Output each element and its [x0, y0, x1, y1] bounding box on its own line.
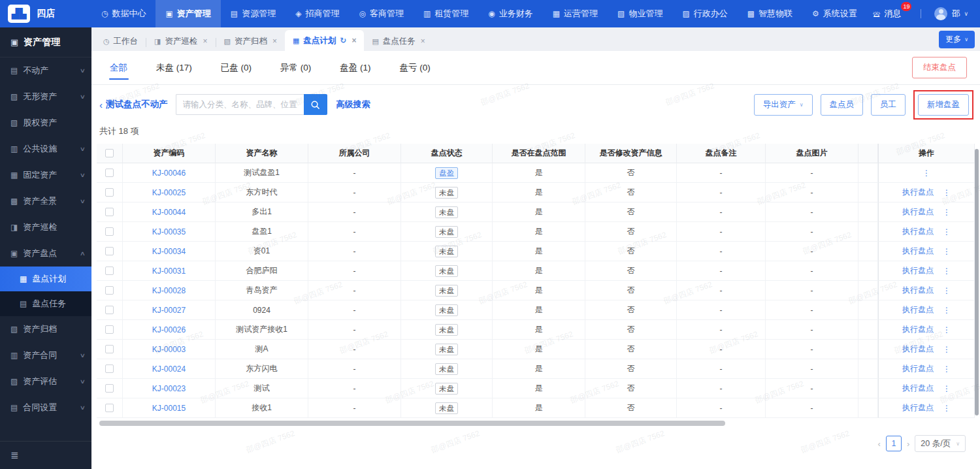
close-tab-icon[interactable]: ×: [272, 37, 277, 46]
page-size-select[interactable]: 20 条/页 ∨: [915, 435, 966, 452]
more-actions-icon[interactable]: ⋮: [943, 227, 951, 236]
row-checkbox[interactable]: [105, 169, 114, 177]
execute-inventory-link[interactable]: 执行盘点: [902, 363, 934, 374]
sidebar-item-不动产[interactable]: ▤不动产∨: [0, 57, 91, 84]
execute-inventory-link[interactable]: 执行盘点: [902, 324, 934, 335]
sidebar-item-无形资产[interactable]: ▨无形资产∨: [0, 84, 91, 110]
asset-code-cell-value[interactable]: KJ-00034: [152, 247, 186, 256]
filter-tab-异常 (0)[interactable]: 异常 (0): [280, 52, 311, 84]
export-assets-button[interactable]: 导出资产 ∨: [754, 94, 813, 116]
row-checkbox[interactable]: [105, 384, 114, 393]
topnav-item-物业管理[interactable]: ▧物业管理: [608, 0, 672, 27]
sidebar-item-资产评估[interactable]: ▨资产评估∨: [0, 368, 91, 395]
horizontal-scrollbar[interactable]: [99, 421, 725, 426]
row-checkbox[interactable]: [105, 286, 114, 295]
row-checkbox[interactable]: [105, 345, 114, 353]
sidebar-item-资产合同[interactable]: ▥资产合同∨: [0, 342, 91, 368]
more-actions-icon[interactable]: ⋮: [943, 267, 951, 276]
asset-code-cell-value[interactable]: KJ-00027: [152, 306, 186, 315]
page-number[interactable]: 1: [886, 436, 902, 451]
asset-code-cell-value[interactable]: KJ-00025: [152, 188, 186, 197]
more-actions-icon[interactable]: ⋮: [943, 306, 951, 315]
execute-inventory-link[interactable]: 执行盘点: [902, 304, 934, 315]
more-actions-icon[interactable]: ⋮: [943, 364, 951, 374]
more-actions-icon[interactable]: ⋮: [943, 325, 951, 334]
tab-资产归档[interactable]: ▧资产归档×: [216, 31, 285, 51]
collapse-sidebar-icon[interactable]: ≣: [0, 441, 91, 464]
asset-code-cell-value[interactable]: KJ-00023: [152, 384, 186, 393]
filter-tab-盘盈 (1)[interactable]: 盘盈 (1): [340, 52, 370, 84]
tab-盘点计划[interactable]: ▦盘点计划↻×: [285, 30, 364, 51]
vertical-scrollbar[interactable]: [975, 149, 979, 415]
filter-tab-已盘 (0)[interactable]: 已盘 (0): [221, 52, 252, 84]
execute-inventory-link[interactable]: 执行盘点: [902, 265, 934, 276]
topnav-item-系统设置[interactable]: ⚙系统设置: [802, 0, 867, 27]
execute-inventory-link[interactable]: 执行盘点: [902, 226, 934, 237]
row-checkbox[interactable]: [105, 208, 114, 216]
more-tabs-button[interactable]: 更多 ∨: [939, 31, 975, 48]
refresh-icon[interactable]: ↻: [340, 36, 346, 45]
topnav-item-智慧物联[interactable]: ▩智慧物联: [738, 0, 802, 27]
row-checkbox[interactable]: [105, 227, 114, 236]
filter-tab-盘亏 (0)[interactable]: 盘亏 (0): [400, 52, 431, 84]
asset-code-cell-value[interactable]: KJ-00044: [152, 208, 186, 217]
row-checkbox[interactable]: [105, 247, 114, 255]
close-tab-icon[interactable]: ×: [351, 36, 356, 45]
execute-inventory-link[interactable]: 执行盘点: [902, 383, 934, 394]
topnav-item-数据中心[interactable]: ◷数据中心: [91, 0, 155, 27]
sidebar-item-资产巡检[interactable]: ◨资产巡检: [0, 214, 91, 240]
filter-tab-未盘 (17)[interactable]: 未盘 (17): [156, 52, 192, 84]
more-actions-icon[interactable]: ⋮: [943, 345, 951, 354]
add-surplus-button[interactable]: 新增盘盈: [918, 94, 969, 116]
tab-盘点任务[interactable]: ▤盘点任务×: [364, 31, 433, 51]
asset-code-cell-value[interactable]: KJ-00003: [152, 345, 186, 354]
back-link[interactable]: ‹ 测试盘点不动产: [99, 99, 168, 110]
close-tab-icon[interactable]: ×: [421, 37, 425, 46]
execute-inventory-link[interactable]: 执行盘点: [902, 206, 934, 218]
sidebar-item-资产归档[interactable]: ▧资产归档: [0, 316, 91, 342]
more-actions-icon[interactable]: ⋮: [943, 208, 951, 217]
asset-code-cell-value[interactable]: KJ-00028: [152, 286, 186, 295]
end-inventory-button[interactable]: 结束盘点: [912, 57, 967, 78]
topnav-item-招商管理[interactable]: ◈招商管理: [286, 0, 349, 27]
asset-code-cell-value[interactable]: KJ-00026: [152, 325, 186, 334]
sidebar-item-公共设施[interactable]: ▥公共设施∨: [0, 136, 91, 162]
sidebar-item-股权资产[interactable]: ▧股权资产: [0, 110, 91, 136]
topnav-item-资产管理[interactable]: ▣资产管理: [155, 0, 220, 27]
row-checkbox[interactable]: [105, 306, 114, 314]
topnav-item-行政办公[interactable]: ▨行政办公: [672, 0, 737, 27]
execute-inventory-link[interactable]: 执行盘点: [902, 246, 934, 257]
execute-inventory-link[interactable]: 执行盘点: [902, 285, 934, 296]
asset-code-cell-value[interactable]: KJ-00015: [152, 404, 186, 413]
execute-inventory-link[interactable]: 执行盘点: [902, 344, 934, 355]
asset-code-cell-value[interactable]: KJ-00024: [152, 364, 186, 374]
execute-inventory-link[interactable]: 执行盘点: [902, 187, 934, 198]
close-tab-icon[interactable]: ×: [203, 37, 208, 46]
sidebar-item-资产盘点[interactable]: ▣资产盘点∧: [0, 240, 91, 267]
tab-工作台[interactable]: ◷工作台: [95, 31, 146, 51]
next-page-icon[interactable]: ›: [907, 439, 909, 449]
asset-code-cell-value[interactable]: KJ-00046: [152, 169, 186, 178]
prev-page-icon[interactable]: ‹: [878, 439, 881, 449]
more-actions-icon[interactable]: ⋮: [943, 188, 951, 197]
more-actions-icon[interactable]: ⋮: [943, 286, 951, 295]
select-all-checkbox[interactable]: [105, 149, 114, 157]
logo[interactable]: ▟▙ 四店: [0, 5, 91, 23]
asset-code-cell-value[interactable]: KJ-00031: [152, 267, 186, 276]
staff-button[interactable]: 员工: [871, 94, 906, 116]
search-button[interactable]: [304, 94, 327, 115]
filter-tab-全部[interactable]: 全部: [110, 52, 127, 84]
topnav-item-资源管理[interactable]: ▤资源管理: [221, 0, 286, 27]
asset-code-cell-value[interactable]: KJ-00035: [152, 227, 186, 236]
messages-button[interactable]: 🛎 消息 19: [872, 8, 901, 20]
sidebar-item-资产全景[interactable]: ▩资产全景∨: [0, 188, 91, 214]
tab-资产巡检[interactable]: ◨资产巡检×: [146, 31, 215, 51]
more-actions-icon[interactable]: ⋮: [943, 404, 951, 413]
topnav-item-业务财务[interactable]: ◉业务财务: [478, 0, 542, 27]
sidebar-item-固定资产[interactable]: ▦固定资产∨: [0, 162, 91, 188]
advanced-search-link[interactable]: 高级搜索: [336, 99, 370, 110]
topnav-item-客商管理[interactable]: ◎客商管理: [349, 0, 413, 27]
row-checkbox[interactable]: [105, 188, 114, 197]
topnav-item-运营管理[interactable]: ▦运营管理: [543, 0, 608, 27]
row-checkbox[interactable]: [105, 325, 114, 334]
